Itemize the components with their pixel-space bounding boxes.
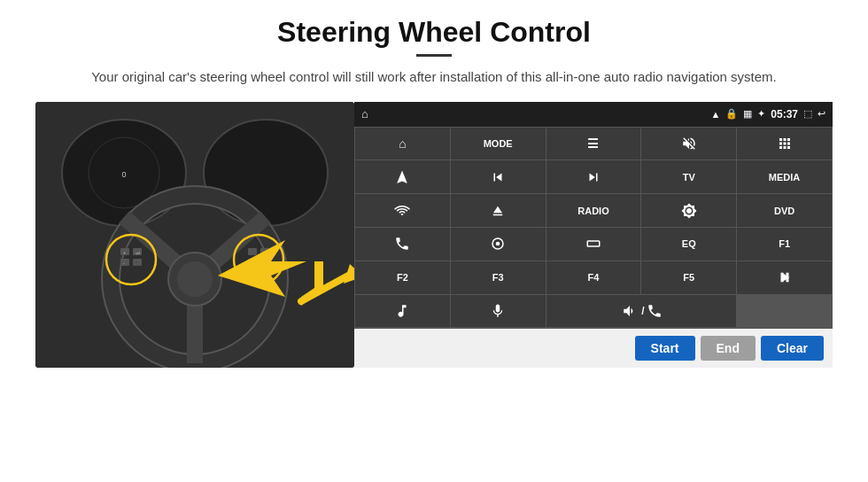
phone2-icon xyxy=(647,303,663,319)
lock-icon: 🔒 xyxy=(725,108,738,120)
btn-f2[interactable]: F2 xyxy=(355,261,450,294)
btn-music[interactable] xyxy=(355,295,450,328)
btn-list[interactable]: ☰ xyxy=(546,128,641,160)
btn-f4[interactable]: F4 xyxy=(546,261,641,294)
btn-360cam[interactable] xyxy=(355,194,450,227)
bluetooth-icon: ✦ xyxy=(757,108,765,120)
cam360-icon xyxy=(394,203,410,219)
status-time: 05:37 xyxy=(771,108,798,120)
volhang-slash: / xyxy=(641,305,644,317)
svg-text:0: 0 xyxy=(121,170,126,179)
next-icon xyxy=(585,169,601,185)
btn-radio[interactable]: RADIO xyxy=(546,194,641,227)
btn-f3[interactable]: F3 xyxy=(451,261,546,294)
brightness-icon xyxy=(681,203,697,219)
btn-eject[interactable] xyxy=(451,194,546,227)
svg-text:📞: 📞 xyxy=(136,260,142,267)
btn-brightness[interactable] xyxy=(641,194,736,227)
button-grid: MODE ☰ TV MEDIA xyxy=(354,127,833,329)
volhang-icon xyxy=(620,303,639,319)
radio-panel: ⌂ ▲ 🔒 ▦ ✦ 05:37 ⬚ ↩ MODE ☰ xyxy=(354,102,833,368)
rect-icon xyxy=(585,236,601,252)
apps-icon xyxy=(777,136,793,152)
btn-next[interactable] xyxy=(546,160,641,193)
status-bar: ⌂ ▲ 🔒 ▦ ✦ 05:37 ⬚ ↩ xyxy=(354,102,833,127)
btn-volhang[interactable]: / xyxy=(546,295,737,328)
cast-icon: ⬚ xyxy=(803,108,812,120)
playpause-icon xyxy=(777,269,793,285)
btn-media[interactable]: MEDIA xyxy=(737,160,832,193)
home-icon xyxy=(399,136,406,151)
btn-rect[interactable] xyxy=(546,228,641,260)
start-button[interactable]: Start xyxy=(635,336,695,361)
swipe-icon xyxy=(490,236,506,252)
status-left: ⌂ xyxy=(361,107,368,120)
btn-nav[interactable] xyxy=(355,160,450,193)
svg-point-12 xyxy=(177,261,213,297)
back-icon: ↩ xyxy=(818,108,825,120)
svg-text:vol: vol xyxy=(136,251,140,255)
content-row: 0 xyxy=(35,102,833,368)
btn-tv[interactable]: TV xyxy=(641,160,736,193)
end-button[interactable]: End xyxy=(701,336,756,361)
eject-icon xyxy=(490,203,506,219)
btn-f5[interactable]: F5 xyxy=(641,261,736,294)
sim-icon: ▦ xyxy=(743,108,752,120)
action-bar: Start End Clear xyxy=(354,329,833,368)
btn-phone[interactable] xyxy=(355,228,450,260)
svg-rect-33 xyxy=(587,241,600,246)
page-container: Steering Wheel Control Your original car… xyxy=(0,0,868,482)
btn-mute[interactable] xyxy=(641,128,736,160)
btn-home[interactable] xyxy=(355,128,450,160)
btn-apps[interactable] xyxy=(737,128,832,160)
btn-prev[interactable] xyxy=(451,160,546,193)
btn-mic[interactable] xyxy=(451,295,546,328)
svg-text:+: + xyxy=(123,250,126,255)
mute-icon xyxy=(681,136,697,152)
home-status-icon: ⌂ xyxy=(361,107,368,120)
svg-point-32 xyxy=(496,242,500,246)
svg-rect-16 xyxy=(120,259,129,266)
page-title: Steering Wheel Control xyxy=(277,16,591,49)
btn-f1[interactable]: F1 xyxy=(737,228,832,260)
btn-swipe[interactable] xyxy=(451,228,546,260)
wifi-icon: ▲ xyxy=(710,109,720,120)
svg-rect-23 xyxy=(248,248,257,255)
clear-button[interactable]: Clear xyxy=(761,336,824,361)
btn-mode[interactable]: MODE xyxy=(451,128,546,160)
page-subtitle: Your original car's steering wheel contr… xyxy=(91,67,777,88)
status-right: ▲ 🔒 ▦ ✦ 05:37 ⬚ ↩ xyxy=(710,108,825,120)
mic-icon xyxy=(490,303,506,319)
svg-point-3 xyxy=(204,120,328,226)
title-divider xyxy=(416,54,452,57)
prev-icon xyxy=(490,169,506,185)
phone-icon xyxy=(394,236,410,252)
music-icon xyxy=(394,303,410,319)
nav-icon xyxy=(394,169,410,185)
btn-eq[interactable]: EQ xyxy=(641,228,736,260)
btn-playpause[interactable] xyxy=(737,261,832,294)
steering-wheel-image: 0 xyxy=(35,102,354,368)
btn-dvd[interactable]: DVD xyxy=(737,194,832,227)
